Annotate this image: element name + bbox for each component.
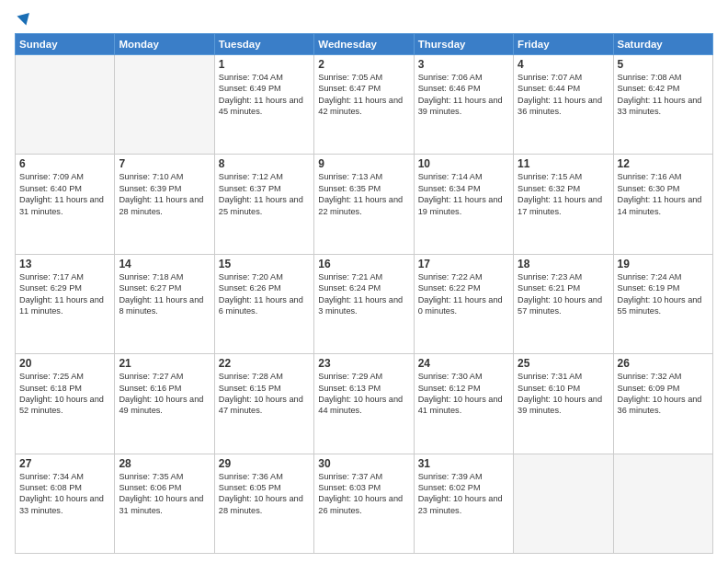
calendar-cell — [514, 454, 613, 553]
day-number: 4 — [518, 58, 609, 71]
day-number: 23 — [318, 357, 409, 370]
day-number: 8 — [219, 157, 310, 170]
day-number: 5 — [618, 58, 709, 71]
calendar-cell: 16Sunrise: 7:21 AMSunset: 6:24 PMDayligh… — [314, 254, 414, 353]
day-info: Sunrise: 7:05 AMSunset: 6:47 PMDaylight:… — [318, 72, 409, 118]
svg-marker-0 — [17, 9, 33, 25]
day-info: Sunrise: 7:35 AMSunset: 6:06 PMDaylight:… — [119, 471, 210, 517]
calendar-cell: 30Sunrise: 7:37 AMSunset: 6:03 PMDayligh… — [314, 454, 414, 553]
day-info: Sunrise: 7:29 AMSunset: 6:13 PMDaylight:… — [318, 371, 409, 417]
day-info: Sunrise: 7:09 AMSunset: 6:40 PMDaylight:… — [19, 171, 110, 217]
day-number: 13 — [19, 258, 110, 270]
day-info: Sunrise: 7:32 AMSunset: 6:09 PMDaylight:… — [618, 371, 709, 417]
day-number: 10 — [418, 157, 509, 170]
day-number: 6 — [19, 157, 110, 170]
week-row-3: 13Sunrise: 7:17 AMSunset: 6:29 PMDayligh… — [16, 254, 713, 353]
calendar-cell: 2Sunrise: 7:05 AMSunset: 6:47 PMDaylight… — [314, 55, 414, 155]
day-info: Sunrise: 7:28 AMSunset: 6:15 PMDaylight:… — [219, 371, 310, 417]
calendar-cell: 5Sunrise: 7:08 AMSunset: 6:42 PMDaylight… — [613, 55, 712, 155]
weekday-header-thursday: Thursday — [414, 34, 513, 55]
day-info: Sunrise: 7:15 AMSunset: 6:32 PMDaylight:… — [518, 171, 609, 217]
day-number: 12 — [618, 157, 709, 170]
calendar-cell: 3Sunrise: 7:06 AMSunset: 6:46 PMDaylight… — [414, 55, 513, 155]
calendar-cell: 10Sunrise: 7:14 AMSunset: 6:34 PMDayligh… — [414, 155, 513, 254]
day-number: 18 — [518, 258, 609, 270]
week-row-5: 27Sunrise: 7:34 AMSunset: 6:08 PMDayligh… — [16, 454, 713, 553]
day-number: 30 — [318, 457, 409, 470]
calendar-cell: 25Sunrise: 7:31 AMSunset: 6:10 PMDayligh… — [514, 354, 613, 454]
day-info: Sunrise: 7:25 AMSunset: 6:18 PMDaylight:… — [19, 371, 110, 417]
day-info: Sunrise: 7:20 AMSunset: 6:26 PMDaylight:… — [219, 271, 310, 317]
day-info: Sunrise: 7:07 AMSunset: 6:44 PMDaylight:… — [518, 72, 609, 118]
day-info: Sunrise: 7:21 AMSunset: 6:24 PMDaylight:… — [318, 271, 409, 317]
calendar-cell: 19Sunrise: 7:24 AMSunset: 6:19 PMDayligh… — [613, 254, 712, 353]
weekday-header-saturday: Saturday — [613, 34, 712, 55]
calendar-cell: 1Sunrise: 7:04 AMSunset: 6:49 PMDaylight… — [214, 55, 313, 155]
day-info: Sunrise: 7:23 AMSunset: 6:21 PMDaylight:… — [518, 271, 609, 317]
day-number: 22 — [219, 357, 310, 370]
header — [15, 11, 713, 26]
weekday-header-monday: Monday — [115, 34, 214, 55]
day-info: Sunrise: 7:36 AMSunset: 6:05 PMDaylight:… — [219, 471, 310, 517]
day-info: Sunrise: 7:14 AMSunset: 6:34 PMDaylight:… — [418, 171, 509, 217]
page: SundayMondayTuesdayWednesdayThursdayFrid… — [0, 0, 728, 563]
calendar-cell: 17Sunrise: 7:22 AMSunset: 6:22 PMDayligh… — [414, 254, 513, 353]
weekday-header-row: SundayMondayTuesdayWednesdayThursdayFrid… — [16, 34, 713, 55]
calendar-cell — [613, 454, 712, 553]
day-number: 1 — [219, 58, 310, 71]
week-row-1: 1Sunrise: 7:04 AMSunset: 6:49 PMDaylight… — [16, 55, 713, 155]
day-number: 27 — [19, 457, 110, 470]
day-info: Sunrise: 7:16 AMSunset: 6:30 PMDaylight:… — [618, 171, 709, 217]
weekday-header-friday: Friday — [514, 34, 613, 55]
day-number: 7 — [119, 157, 210, 170]
day-info: Sunrise: 7:06 AMSunset: 6:46 PMDaylight:… — [418, 72, 509, 118]
day-info: Sunrise: 7:27 AMSunset: 6:16 PMDaylight:… — [119, 371, 210, 417]
week-row-4: 20Sunrise: 7:25 AMSunset: 6:18 PMDayligh… — [16, 354, 713, 454]
day-number: 3 — [418, 58, 509, 71]
calendar-cell: 22Sunrise: 7:28 AMSunset: 6:15 PMDayligh… — [214, 354, 313, 454]
day-info: Sunrise: 7:13 AMSunset: 6:35 PMDaylight:… — [318, 171, 409, 217]
day-number: 26 — [618, 357, 709, 370]
calendar-cell: 13Sunrise: 7:17 AMSunset: 6:29 PMDayligh… — [16, 254, 115, 353]
day-number: 15 — [219, 258, 310, 270]
calendar-cell: 27Sunrise: 7:34 AMSunset: 6:08 PMDayligh… — [16, 454, 115, 553]
calendar-cell: 11Sunrise: 7:15 AMSunset: 6:32 PMDayligh… — [514, 155, 613, 254]
calendar-cell: 6Sunrise: 7:09 AMSunset: 6:40 PMDaylight… — [16, 155, 115, 254]
day-info: Sunrise: 7:30 AMSunset: 6:12 PMDaylight:… — [418, 371, 509, 417]
calendar-cell: 7Sunrise: 7:10 AMSunset: 6:39 PMDaylight… — [115, 155, 214, 254]
day-number: 20 — [19, 357, 110, 370]
calendar-cell: 12Sunrise: 7:16 AMSunset: 6:30 PMDayligh… — [613, 155, 712, 254]
day-number: 25 — [518, 357, 609, 370]
day-number: 28 — [119, 457, 210, 470]
day-info: Sunrise: 7:31 AMSunset: 6:10 PMDaylight:… — [518, 371, 609, 417]
calendar-cell: 28Sunrise: 7:35 AMSunset: 6:06 PMDayligh… — [115, 454, 214, 553]
calendar-cell: 14Sunrise: 7:18 AMSunset: 6:27 PMDayligh… — [115, 254, 214, 353]
day-number: 17 — [418, 258, 509, 270]
day-info: Sunrise: 7:34 AMSunset: 6:08 PMDaylight:… — [19, 471, 110, 517]
calendar-cell — [115, 55, 214, 155]
day-info: Sunrise: 7:39 AMSunset: 6:02 PMDaylight:… — [418, 471, 509, 517]
day-number: 29 — [219, 457, 310, 470]
day-info: Sunrise: 7:12 AMSunset: 6:37 PMDaylight:… — [219, 171, 310, 217]
day-number: 19 — [618, 258, 709, 270]
day-info: Sunrise: 7:17 AMSunset: 6:29 PMDaylight:… — [19, 271, 110, 317]
calendar-cell: 31Sunrise: 7:39 AMSunset: 6:02 PMDayligh… — [414, 454, 513, 553]
calendar-cell: 8Sunrise: 7:12 AMSunset: 6:37 PMDaylight… — [214, 155, 313, 254]
logo — [15, 11, 33, 26]
day-number: 11 — [518, 157, 609, 170]
calendar-cell: 20Sunrise: 7:25 AMSunset: 6:18 PMDayligh… — [16, 354, 115, 454]
calendar-cell: 23Sunrise: 7:29 AMSunset: 6:13 PMDayligh… — [314, 354, 414, 454]
day-info: Sunrise: 7:18 AMSunset: 6:27 PMDaylight:… — [119, 271, 210, 317]
day-info: Sunrise: 7:08 AMSunset: 6:42 PMDaylight:… — [618, 72, 709, 118]
week-row-2: 6Sunrise: 7:09 AMSunset: 6:40 PMDaylight… — [16, 155, 713, 254]
calendar-table: SundayMondayTuesdayWednesdayThursdayFrid… — [15, 33, 713, 554]
day-info: Sunrise: 7:10 AMSunset: 6:39 PMDaylight:… — [119, 171, 210, 217]
day-info: Sunrise: 7:04 AMSunset: 6:49 PMDaylight:… — [219, 72, 310, 118]
day-info: Sunrise: 7:22 AMSunset: 6:22 PMDaylight:… — [418, 271, 509, 317]
calendar-cell: 26Sunrise: 7:32 AMSunset: 6:09 PMDayligh… — [613, 354, 712, 454]
day-number: 2 — [318, 58, 409, 71]
calendar-cell: 24Sunrise: 7:30 AMSunset: 6:12 PMDayligh… — [414, 354, 513, 454]
calendar-cell: 15Sunrise: 7:20 AMSunset: 6:26 PMDayligh… — [214, 254, 313, 353]
logo-icon — [17, 9, 33, 26]
day-number: 14 — [119, 258, 210, 270]
